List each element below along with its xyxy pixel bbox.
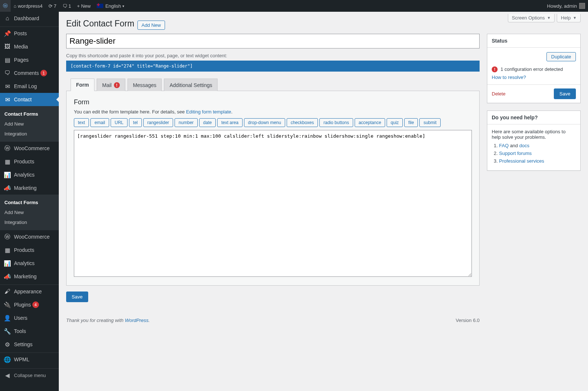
new-content-link[interactable]: + New [74,0,93,12]
editing-template-link[interactable]: Editing form template [186,109,231,115]
menu-label: Tools [14,328,26,334]
plugins-badge: 4 [32,301,39,308]
submenu-add-new-2[interactable]: Add New [0,207,59,217]
tag-text-area[interactable]: text area [217,118,243,127]
submenu-contact-forms[interactable]: Contact Forms [0,109,59,119]
menu-users[interactable]: 👤Users [0,311,59,325]
tag-text[interactable]: text [74,118,89,127]
menu-plugins[interactable]: 🔌Plugins4 [0,298,59,311]
menu-settings[interactable]: ⚙Settings [0,338,59,341]
tag-URL[interactable]: URL [111,118,128,127]
form-panel: Form You can edit the form template here… [66,91,480,286]
menu-email-log[interactable]: ✉Email Log [0,80,59,93]
faq-link[interactable]: FAQ [499,143,509,148]
warning-icon: ! [114,82,120,88]
save-button-side[interactable]: Save [554,88,576,99]
site-name-link[interactable]: ⌂ wordpress4 [11,0,46,12]
dashboard-icon: ⌂ [4,15,11,22]
save-button-bottom[interactable]: Save [66,292,88,302]
wordpress-link[interactable]: WordPress [125,318,148,323]
help-item-support: Support forums [499,151,576,156]
submenu-contact: Contact Forms Add New Integration [0,106,59,142]
menu-appearance[interactable]: 🖌Appearance [0,285,59,298]
tag-submit[interactable]: submit [419,118,440,127]
tag-radio-buttons[interactable]: radio buttons [319,118,353,127]
menu-dashboard[interactable]: ⌂Dashboard [0,12,59,25]
menu-label: Email Log [14,83,37,89]
help-label: Help [561,15,571,21]
submenu-integration[interactable]: Integration [0,129,59,139]
menu-posts[interactable]: 📌Posts [0,27,59,40]
tag-date[interactable]: date [199,118,216,127]
menu-marketing-2[interactable]: 📣Marketing [0,270,59,283]
megaphone-icon: 📣 [4,273,11,280]
menu-woocommerce[interactable]: ⓦWooCommerce [0,142,59,155]
menu-media[interactable]: 🖼Media [0,40,59,53]
menu-contact[interactable]: ✉Contact [0,93,59,106]
menu-marketing[interactable]: 📣Marketing [0,181,59,195]
tag-number[interactable]: number [175,118,198,127]
menu-products[interactable]: ▦Products [0,155,59,168]
tag-checkboxes[interactable]: checkboxes [287,118,318,127]
menu-products-2[interactable]: ▦Products [0,243,59,257]
tag-rangeslider[interactable]: rangeslider [143,118,173,127]
menu-analytics-2[interactable]: 📊Analytics [0,257,59,270]
screen-meta-links: Screen Options▼ Help▼ [508,14,581,22]
status-heading: Status [487,34,580,48]
tag-quiz[interactable]: quiz [387,118,403,127]
tab-form[interactable]: Form [71,79,94,91]
tag-acceptance[interactable]: acceptance [355,118,385,127]
submenu-add-new[interactable]: Add New [0,119,59,129]
chevron-down-icon: ▼ [573,16,577,20]
support-link[interactable]: Support forums [499,151,532,156]
delete-link[interactable]: Delete [492,91,506,97]
desc-pre: You can edit the form template here. For… [74,109,186,115]
wordpress-icon: ⓦ [3,3,8,9]
tag-tel[interactable]: tel [129,118,142,127]
updates-link[interactable]: ⟳ 7 [46,0,60,12]
tag-drop-down-menu[interactable]: drop-down menu [244,118,285,127]
products-icon: ▦ [4,246,11,254]
page-title: Edit Contact Form [66,15,134,30]
megaphone-icon: 📣 [4,184,11,192]
desc-post: . [231,109,233,115]
account-link[interactable]: Howdy, admin [544,0,588,12]
menu-pages[interactable]: ▤Pages [0,53,59,66]
plugin-icon: 🔌 [4,301,11,308]
language-switcher[interactable]: English ▾ [94,0,127,12]
help-toggle[interactable]: Help▼ [557,14,581,22]
services-link[interactable]: Professional services [499,158,544,164]
admin-footer: Thank you for creating with WordPress. V… [66,313,480,327]
tab-additional[interactable]: Additional Settings [164,79,218,91]
menu-label: WooCommerce [14,145,50,151]
duplicate-button[interactable]: Duplicate [546,52,576,61]
tab-messages[interactable]: Messages [128,79,162,91]
updates-count: 7 [54,3,56,9]
admin-sidebar: ⌂Dashboard 📌Posts 🖼Media ▤Pages 🗨Comment… [0,12,59,341]
tag-email[interactable]: email [90,118,109,127]
wp-logo[interactable]: ⓦ [0,0,11,12]
comments-link[interactable]: 🗨 1 [60,0,74,12]
menu-analytics[interactable]: 📊Analytics [0,168,59,181]
submenu-integration-2[interactable]: Integration [0,217,59,227]
submenu-contact-forms-2[interactable]: Contact Forms [0,198,59,207]
resolve-link[interactable]: How to resolve? [492,75,526,80]
add-new-button[interactable]: Add New [137,21,165,30]
tag-file[interactable]: file [404,118,418,127]
and-text: and [509,143,519,148]
form-title-input[interactable] [66,34,480,48]
shortcode-field[interactable] [66,61,480,72]
menu-woocommerce-2[interactable]: ⓦWooCommerce [0,230,59,243]
menu-label: WooCommerce [14,234,50,240]
menu-comments[interactable]: 🗨Comments1 [0,66,59,80]
comments-badge: 1 [40,70,47,76]
menu-tools[interactable]: 🔧Tools [0,325,59,338]
form-template-textarea[interactable] [74,130,472,277]
version-text: Version 6.0 [456,318,480,323]
tab-mail[interactable]: Mail! [97,79,125,91]
site-name: wordpress4 [18,3,42,9]
docs-link[interactable]: docs [519,143,529,148]
screen-options-toggle[interactable]: Screen Options▼ [508,14,555,22]
menu-label: Appearance [14,289,42,294]
help-desc: Here are some available options to help … [492,129,576,140]
